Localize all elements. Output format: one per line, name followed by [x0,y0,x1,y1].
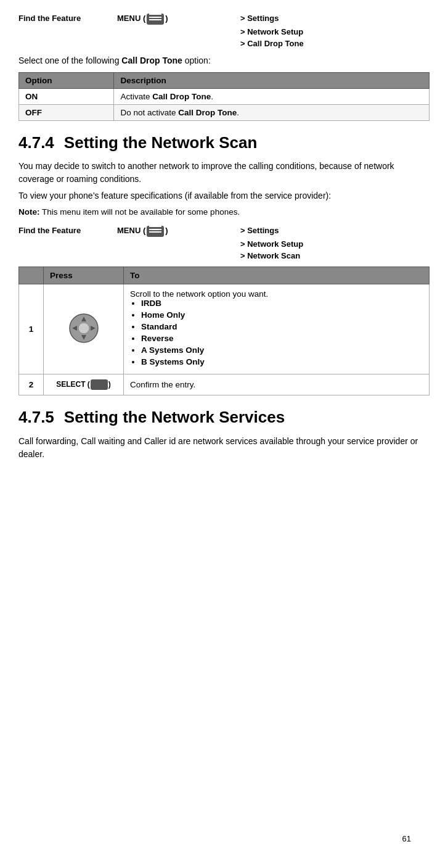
section-474-heading: 4.7.4Setting the Network Scan [18,133,430,152]
find-feature-section1: Find the Feature MENU () > Settings > Ne… [18,12,430,49]
page-body: Find the Feature MENU () > Settings > Ne… [18,12,430,856]
option-col-header: Option [19,73,114,89]
find-feature-label-474: Find the Feature [18,225,117,238]
option-on: ON [19,89,114,105]
find-feature-spacer1 [18,26,117,38]
to-scroll: Scroll to the network option you want. I… [124,284,430,374]
menu-icon-474 [147,226,164,237]
option-off: OFF [19,105,114,121]
press-table-header-row: Press To [19,267,430,284]
find-feature-path-network-setup: > Network Setup [240,26,430,38]
press-select: SELECT () [44,374,124,395]
section1-intro: Select one of the following Call Drop To… [18,54,430,67]
table-row: 2 SELECT () Confirm the entry. [19,374,430,395]
find-feature-path-settings: > Settings [240,12,430,26]
find-feature-menu-474: MENU () [117,225,240,238]
find-feature-path-network-setup-474: > Network Setup [240,238,430,250]
list-item: B Systems Only [141,357,423,366]
find-feature-section474: Find the Feature MENU () > Settings > Ne… [18,225,430,262]
find-feature-path-network-scan-474: > Network Scan [240,250,430,262]
find-feature-menu: MENU () [117,12,240,26]
section474-para1: You may decide to switch to another netw… [18,160,430,186]
page-number: 61 [402,834,411,843]
option-table-header-row: Option Description [19,73,430,89]
svg-point-1 [78,323,89,334]
table-row: 1 [19,284,430,374]
step-2: 2 [19,374,44,395]
to-confirm: Confirm the entry. [124,374,430,395]
section-475-heading: 4.7.5Setting the Network Services [18,408,430,427]
list-item: A Systems Only [141,345,423,355]
description-col-header: Description [114,73,430,89]
list-item: Reverse [141,334,423,343]
section475-para1: Call forwarding, Call waiting and Caller… [18,435,430,461]
press-nav-disc [44,284,124,374]
find-feature-spacer4 [117,38,240,49]
press-table-474: Press To 1 [18,267,430,395]
nav-disc-icon [68,313,99,344]
step-1: 1 [19,284,44,374]
find-feature-label: Find the Feature [18,12,117,26]
network-options-list: IRDB Home Only Standard Reverse A System… [141,299,423,366]
section474-para2: To view your phone’s feature specificati… [18,189,430,202]
find-feature-path-settings-474: > Settings [240,225,430,238]
section474-note: Note: This menu item will not be availab… [18,206,430,218]
description-off: Do not activate Call Drop Tone. [114,105,430,121]
menu-icon [147,14,164,25]
find-feature-path-call-drop-tone: > Call Drop Tone [240,38,430,49]
table-row: ON Activate Call Drop Tone. [19,89,430,105]
option-table: Option Description ON Activate Call Drop… [18,72,430,121]
list-item: IRDB [141,299,423,308]
list-item: Standard [141,322,423,331]
step-col-header [19,267,44,284]
description-on: Activate Call Drop Tone. [114,89,430,105]
press-col-header: Press [44,267,124,284]
table-row: OFF Do not activate Call Drop Tone. [19,105,430,121]
to-col-header: To [124,267,430,284]
find-feature-spacer3 [18,38,117,49]
select-label: SELECT ( [56,381,90,389]
select-label-end: ) [108,381,111,389]
select-icon [91,379,108,390]
list-item: Home Only [141,310,423,320]
find-feature-spacer2 [117,26,240,38]
